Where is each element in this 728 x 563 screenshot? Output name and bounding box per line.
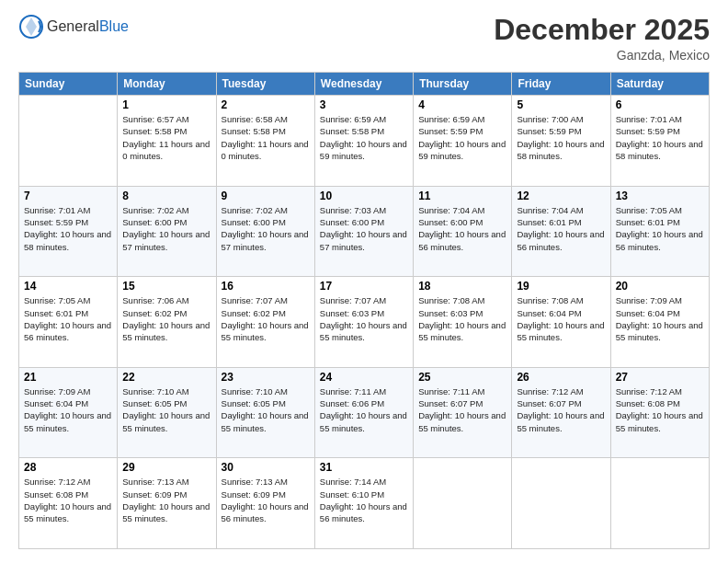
sunset: Sunset: 6:05 PM: [122, 397, 210, 409]
sunset: Sunset: 6:09 PM: [122, 488, 210, 500]
daylight: Daylight: 11 hours and 0 minutes.: [122, 138, 210, 163]
sunrise: Sunrise: 7:08 AM: [517, 294, 605, 306]
day-detail: Sunrise: 7:02 AM Sunset: 6:00 PM Dayligh…: [222, 204, 310, 253]
day-detail: Sunrise: 6:57 AM Sunset: 5:58 PM Dayligh…: [122, 113, 210, 162]
table-cell: 12 Sunrise: 7:04 AM Sunset: 6:01 PM Dayl…: [512, 186, 610, 277]
logo-icon: [18, 14, 44, 40]
table-cell: 29 Sunrise: 7:13 AM Sunset: 6:09 PM Dayl…: [118, 458, 216, 549]
sunrise: Sunrise: 7:00 AM: [517, 113, 605, 125]
sunrise: Sunrise: 7:01 AM: [24, 204, 112, 216]
table-cell: 30 Sunrise: 7:13 AM Sunset: 6:09 PM Dayl…: [216, 458, 314, 549]
daylight: Daylight: 10 hours and 55 minutes.: [222, 409, 310, 434]
day-number: 19: [517, 280, 605, 293]
day-number: 29: [122, 461, 210, 474]
sunrise: Sunrise: 7:01 AM: [616, 113, 704, 125]
table-cell: 15 Sunrise: 7:06 AM Sunset: 6:02 PM Dayl…: [118, 277, 216, 368]
sunrise: Sunrise: 7:10 AM: [222, 385, 310, 397]
table-cell: 19 Sunrise: 7:08 AM Sunset: 6:04 PM Dayl…: [512, 277, 610, 368]
day-detail: Sunrise: 7:05 AM Sunset: 6:01 PM Dayligh…: [616, 204, 704, 253]
col-thursday: Thursday: [414, 73, 512, 96]
day-number: 11: [418, 190, 506, 202]
table-cell: 17 Sunrise: 7:07 AM Sunset: 6:03 PM Dayl…: [314, 277, 413, 368]
sunrise: Sunrise: 7:02 AM: [122, 204, 210, 216]
col-sunday: Sunday: [19, 73, 118, 96]
day-detail: Sunrise: 7:10 AM Sunset: 6:05 PM Dayligh…: [222, 385, 310, 434]
daylight: Daylight: 10 hours and 55 minutes.: [320, 409, 408, 434]
day-detail: Sunrise: 7:02 AM Sunset: 6:00 PM Dayligh…: [122, 204, 210, 253]
sunrise: Sunrise: 6:59 AM: [320, 113, 408, 125]
daylight: Daylight: 10 hours and 58 minutes.: [517, 138, 605, 163]
day-number: 8: [122, 190, 210, 202]
sunrise: Sunrise: 7:07 AM: [222, 294, 310, 306]
daylight: Daylight: 10 hours and 56 minutes.: [418, 228, 506, 253]
day-detail: Sunrise: 7:14 AM Sunset: 6:10 PM Dayligh…: [320, 476, 408, 524]
day-detail: Sunrise: 7:04 AM Sunset: 6:00 PM Dayligh…: [418, 204, 506, 253]
day-detail: Sunrise: 7:08 AM Sunset: 6:03 PM Dayligh…: [418, 294, 506, 343]
daylight: Daylight: 10 hours and 57 minutes.: [122, 228, 210, 253]
daylight: Daylight: 10 hours and 58 minutes.: [616, 138, 704, 163]
day-detail: Sunrise: 7:11 AM Sunset: 6:06 PM Dayligh…: [320, 385, 408, 434]
sunset: Sunset: 6:08 PM: [24, 488, 112, 500]
logo-general: General: [47, 18, 99, 34]
sunrise: Sunrise: 7:12 AM: [24, 476, 112, 488]
daylight: Daylight: 10 hours and 55 minutes.: [616, 409, 704, 434]
sunset: Sunset: 6:01 PM: [517, 216, 605, 228]
sunset: Sunset: 6:08 PM: [616, 397, 704, 409]
day-detail: Sunrise: 7:10 AM Sunset: 6:05 PM Dayligh…: [122, 385, 210, 434]
sunrise: Sunrise: 7:13 AM: [222, 476, 310, 488]
sunset: Sunset: 6:04 PM: [517, 307, 605, 319]
month-title: December 2025: [494, 14, 710, 46]
sunset: Sunset: 6:03 PM: [320, 307, 408, 319]
day-number: 2: [222, 98, 310, 111]
daylight: Daylight: 10 hours and 55 minutes.: [418, 319, 506, 344]
sunset: Sunset: 5:58 PM: [320, 125, 408, 137]
daylight: Daylight: 10 hours and 55 minutes.: [320, 319, 408, 344]
day-detail: Sunrise: 7:03 AM Sunset: 6:00 PM Dayligh…: [320, 204, 408, 253]
logo-text: GeneralBlue: [47, 18, 129, 35]
sunset: Sunset: 5:59 PM: [24, 216, 112, 228]
table-cell: 26 Sunrise: 7:12 AM Sunset: 6:07 PM Dayl…: [512, 367, 610, 458]
sunset: Sunset: 6:07 PM: [517, 397, 605, 409]
daylight: Daylight: 10 hours and 56 minutes.: [320, 500, 408, 525]
sunrise: Sunrise: 7:03 AM: [320, 204, 408, 216]
day-detail: Sunrise: 6:58 AM Sunset: 5:58 PM Dayligh…: [222, 113, 310, 162]
logo: GeneralBlue: [18, 14, 129, 40]
day-detail: Sunrise: 7:13 AM Sunset: 6:09 PM Dayligh…: [222, 476, 310, 524]
table-cell: 22 Sunrise: 7:10 AM Sunset: 6:05 PM Dayl…: [118, 367, 216, 458]
sunset: Sunset: 6:04 PM: [616, 307, 704, 319]
table-cell: 28 Sunrise: 7:12 AM Sunset: 6:08 PM Dayl…: [19, 458, 118, 549]
day-number: 7: [24, 190, 112, 202]
sunset: Sunset: 6:05 PM: [222, 397, 310, 409]
day-detail: Sunrise: 7:08 AM Sunset: 6:04 PM Dayligh…: [517, 294, 605, 343]
day-number: 4: [418, 98, 506, 111]
week-row-3: 14 Sunrise: 7:05 AM Sunset: 6:01 PM Dayl…: [19, 277, 710, 368]
table-cell: 23 Sunrise: 7:10 AM Sunset: 6:05 PM Dayl…: [216, 367, 314, 458]
daylight: Daylight: 10 hours and 57 minutes.: [320, 228, 408, 253]
sunset: Sunset: 6:02 PM: [122, 307, 210, 319]
sunset: Sunset: 6:09 PM: [222, 488, 310, 500]
sunrise: Sunrise: 7:13 AM: [122, 476, 210, 488]
table-cell: 6 Sunrise: 7:01 AM Sunset: 5:59 PM Dayli…: [610, 96, 709, 187]
table-cell: 8 Sunrise: 7:02 AM Sunset: 6:00 PM Dayli…: [118, 186, 216, 277]
header: GeneralBlue December 2025 Ganzda, Mexico: [18, 14, 710, 63]
day-number: 26: [517, 371, 605, 384]
sunrise: Sunrise: 7:12 AM: [517, 385, 605, 397]
day-number: 30: [222, 461, 310, 474]
daylight: Daylight: 10 hours and 55 minutes.: [222, 319, 310, 344]
day-number: 20: [616, 280, 704, 293]
sunset: Sunset: 6:06 PM: [320, 397, 408, 409]
week-row-4: 21 Sunrise: 7:09 AM Sunset: 6:04 PM Dayl…: [19, 367, 710, 458]
col-monday: Monday: [118, 73, 216, 96]
sunset: Sunset: 5:58 PM: [122, 125, 210, 137]
col-friday: Friday: [512, 73, 610, 96]
table-cell: 18 Sunrise: 7:08 AM Sunset: 6:03 PM Dayl…: [414, 277, 512, 368]
daylight: Daylight: 10 hours and 55 minutes.: [24, 409, 112, 434]
sunset: Sunset: 5:58 PM: [222, 125, 310, 137]
table-cell: 13 Sunrise: 7:05 AM Sunset: 6:01 PM Dayl…: [610, 186, 709, 277]
day-detail: Sunrise: 7:12 AM Sunset: 6:07 PM Dayligh…: [517, 385, 605, 434]
sunrise: Sunrise: 7:09 AM: [24, 385, 112, 397]
sunset: Sunset: 5:59 PM: [616, 125, 704, 137]
day-detail: Sunrise: 7:09 AM Sunset: 6:04 PM Dayligh…: [616, 294, 704, 343]
location: Ganzda, Mexico: [494, 48, 710, 63]
day-detail: Sunrise: 7:01 AM Sunset: 5:59 PM Dayligh…: [616, 113, 704, 162]
